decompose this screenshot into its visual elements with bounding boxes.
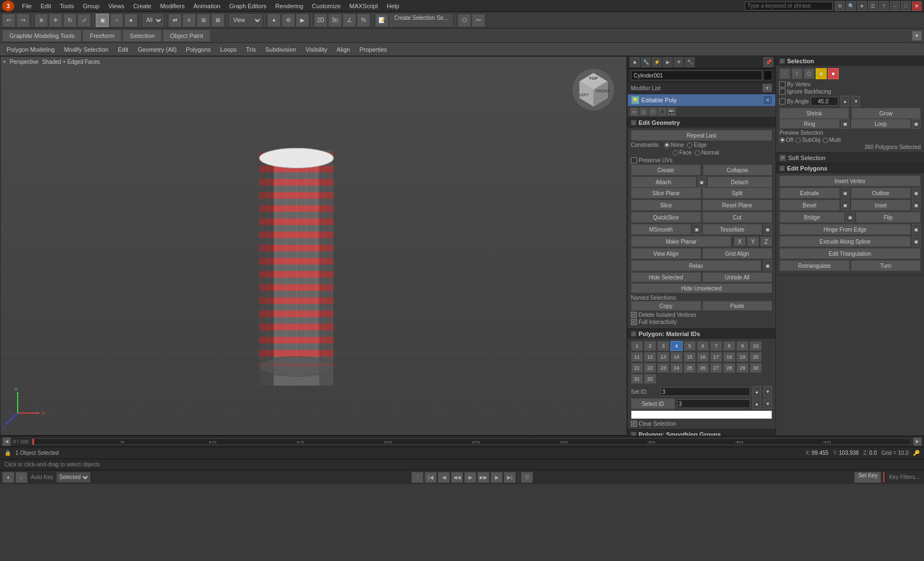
animate-btn[interactable]: ●: [2, 472, 14, 483]
curve-editor-btn[interactable]: 〜: [472, 14, 485, 27]
snap-3d-btn[interactable]: 3D: [328, 14, 342, 27]
create-btn[interactable]: Create: [631, 164, 701, 175]
mat-id-6[interactable]: 6: [697, 341, 709, 351]
angle-field[interactable]: 45.0: [811, 97, 838, 106]
panel-icon-modify[interactable]: 🔧: [641, 57, 651, 67]
delete-isolated-check[interactable]: ✓ Delete Isolated Vertices: [631, 312, 696, 318]
mat-id-13[interactable]: 13: [657, 352, 669, 362]
gt-tab-objectpaint[interactable]: Object Paint: [163, 30, 210, 42]
angle-snap-btn[interactable]: ∠: [343, 14, 356, 27]
mat-id-10[interactable]: 10: [750, 341, 762, 351]
smoothing-groups-collapse[interactable]: -: [631, 432, 636, 436]
mat-id-18[interactable]: 18: [723, 352, 735, 362]
gt-tab-freeform[interactable]: Freeform: [82, 30, 122, 42]
mat-id-17[interactable]: 17: [710, 352, 722, 362]
grow-btn[interactable]: Grow: [851, 108, 921, 119]
view-select[interactable]: View: [229, 14, 262, 26]
menu-icon-5[interactable]: ?: [879, 1, 889, 11]
radio-off[interactable]: Off: [779, 137, 793, 143]
slice-plane-btn[interactable]: Slice Plane: [631, 188, 701, 199]
msmooth-btn[interactable]: MSmooth: [631, 224, 691, 235]
loop-sq[interactable]: ▣: [912, 119, 921, 129]
tl-prev-btn[interactable]: ◀: [2, 437, 11, 446]
menu-animation[interactable]: Animation: [189, 2, 225, 10]
extrude-sq[interactable]: ▣: [841, 188, 850, 199]
gt-pin-btn[interactable]: ▼: [912, 31, 922, 41]
panel-icon-hierarchy[interactable]: ⚡: [652, 57, 662, 67]
modifier-list-dropdown[interactable]: ▼: [762, 84, 772, 92]
rb-geometry-all[interactable]: Geometry (All): [133, 45, 181, 54]
menu-maxscript[interactable]: MAXScript: [345, 2, 382, 10]
rb-polygon-modeling[interactable]: Polygon Modeling: [2, 45, 59, 54]
hide-selected-btn[interactable]: Hide Selected: [631, 272, 701, 282]
relax-btn[interactable]: Relax: [631, 260, 761, 271]
radio-normal[interactable]: Normal: [695, 150, 719, 156]
mat-id-27[interactable]: 27: [710, 363, 722, 373]
mat-id-26[interactable]: 26: [697, 363, 709, 373]
radio-subobj[interactable]: SubObj: [795, 137, 820, 143]
modifier-expand-btn[interactable]: ▼: [764, 96, 772, 104]
gt-tab-selection[interactable]: Selection: [123, 30, 162, 42]
copy-btn[interactable]: Copy: [631, 301, 701, 311]
bridge-btn[interactable]: Bridge: [779, 212, 845, 223]
mat-id-25[interactable]: 25: [684, 363, 696, 373]
edit-polygons-collapse[interactable]: -: [779, 166, 785, 171]
mat-id-32[interactable]: 32: [644, 374, 656, 384]
menu-icon-4[interactable]: ☰: [868, 1, 878, 11]
set-id-down[interactable]: ▼: [763, 386, 772, 397]
split-btn[interactable]: Split: [702, 188, 773, 199]
material-ids-header[interactable]: - Polygon: Material IDs: [628, 329, 776, 339]
turn-btn[interactable]: Turn: [851, 260, 921, 271]
bb-next-frame-btn[interactable]: ▶: [491, 472, 503, 483]
nav-cube[interactable]: TOP FRONT LEFT: [571, 68, 615, 112]
rb-align[interactable]: Align: [332, 45, 354, 54]
move-btn[interactable]: ✛: [49, 14, 62, 27]
clear-sel-check[interactable]: ✓ Clear Selection: [631, 421, 676, 427]
bridge-sq[interactable]: ▣: [846, 212, 855, 223]
bb-play-anim-btn[interactable]: ▶: [464, 472, 476, 483]
menu-create[interactable]: Create: [129, 2, 156, 10]
rb-edit[interactable]: Edit: [113, 45, 133, 54]
mirror-btn[interactable]: ⇄: [168, 14, 182, 27]
edit-polygons-header[interactable]: - Edit Polygons: [776, 163, 924, 173]
snap-2d-btn[interactable]: 2D: [314, 14, 327, 27]
rb-subdivision[interactable]: Subdivision: [261, 45, 300, 54]
select-id-down[interactable]: ▼: [763, 398, 772, 409]
rb-visibility[interactable]: Visibility: [301, 45, 332, 54]
insert-vertex-btn[interactable]: Insert Vertex: [779, 175, 921, 186]
relax-sq[interactable]: ▣: [763, 260, 772, 271]
angle-down[interactable]: ▼: [851, 96, 860, 107]
shrink-btn[interactable]: Shrink: [779, 108, 849, 119]
mat-id-8[interactable]: 8: [723, 341, 735, 351]
modifier-editable-poly[interactable]: 💡 Editable Poly ▼: [628, 94, 776, 106]
mat-id-29[interactable]: 29: [736, 363, 749, 373]
outline-btn[interactable]: Outline: [851, 188, 911, 199]
selection-collapse[interactable]: -: [779, 58, 785, 64]
mat-id-24[interactable]: 24: [670, 363, 683, 373]
x-btn[interactable]: X: [734, 237, 746, 246]
create-sel-btn[interactable]: Create Selection Se...: [389, 14, 453, 26]
menu-group[interactable]: Group: [78, 2, 104, 10]
mat-id-22[interactable]: 22: [644, 363, 656, 373]
z-btn[interactable]: Z: [760, 237, 772, 246]
collapse-btn[interactable]: Collapse: [703, 164, 773, 175]
menu-search-input[interactable]: [745, 2, 833, 10]
set-key-btn[interactable]: Set Key: [854, 472, 881, 483]
mat-id-12[interactable]: 12: [644, 352, 656, 362]
edit-geometry-header[interactable]: - Edit Geometry: [628, 118, 776, 128]
menu-edit[interactable]: Edit: [36, 2, 56, 10]
mat-id-30[interactable]: 30: [750, 363, 762, 373]
bb-key-mode-btn[interactable]: ⋮: [411, 472, 424, 483]
nav-pin5[interactable]: 📷: [667, 107, 676, 116]
schematic-view-btn[interactable]: ⬡: [458, 14, 471, 27]
angle-up[interactable]: ▲: [840, 96, 849, 107]
extrude-btn[interactable]: Extrude: [779, 188, 840, 199]
inset-sq[interactable]: ▣: [912, 200, 921, 211]
nav-pin3[interactable]: ↑: [648, 107, 657, 116]
edit-geometry-collapse[interactable]: -: [631, 120, 636, 125]
nav-pin2[interactable]: |: [639, 107, 648, 116]
menu-modifiers[interactable]: Modifiers: [156, 2, 189, 10]
bb-home-btn[interactable]: ⌂: [15, 472, 28, 483]
panel-icon-motion[interactable]: ▶: [663, 57, 673, 67]
reset-plane-btn[interactable]: Reset Plane: [702, 200, 773, 211]
